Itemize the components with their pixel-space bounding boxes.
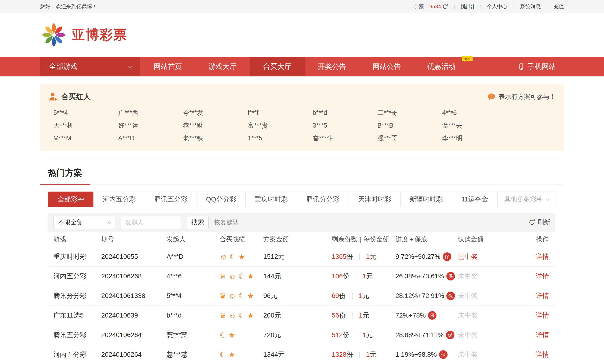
phone-icon	[518, 62, 525, 71]
refresh-label: 刷新	[538, 218, 550, 226]
topbar-link-1[interactable]: 个人中心	[487, 3, 507, 9]
issue-cell: 202401061338	[101, 292, 167, 300]
refresh-icon	[529, 219, 535, 226]
redman-user[interactable]: 二***哥	[378, 109, 442, 117]
nav-item-1[interactable]: 游戏大厅	[195, 57, 250, 76]
crown-icon: ♛	[220, 273, 226, 280]
redman-user[interactable]: 3***5	[313, 122, 378, 129]
nav-item-6[interactable]: 手机网站	[504, 57, 564, 76]
initiator-input[interactable]	[121, 216, 181, 229]
issue-cell: 2024010639	[101, 312, 167, 319]
topbar-divider: ｜	[452, 4, 456, 9]
balance-label: 余额：	[413, 3, 429, 10]
shares-unit: 份	[343, 331, 349, 339]
nav-item-4[interactable]: 网站公告	[359, 57, 414, 76]
progress-text: 28.88%+71.11%	[395, 331, 444, 339]
moon-icon: ☾	[220, 351, 226, 358]
star-icon: ★	[247, 273, 254, 280]
per-share-unit: 元	[370, 253, 376, 260]
table-header-6: 进度＋保底	[395, 235, 458, 243]
redman-user[interactable]: 天***机	[53, 122, 118, 129]
shares-cell: 1365份｜1元	[332, 252, 395, 261]
nav-item-2[interactable]: 合买大厅	[250, 57, 305, 76]
initiator-cell: 慧***慧	[167, 350, 220, 359]
tab-lottery-5[interactable]: 腾讯分分彩	[297, 191, 349, 207]
topbar-link-2[interactable]: 系统消息	[520, 3, 541, 9]
more-lottery-select[interactable]: 其他更多彩种	[498, 191, 555, 207]
redman-user[interactable]: 强***哥	[378, 134, 442, 142]
redman-user[interactable]: 1***5	[248, 134, 313, 142]
game-cell: 重庆时时彩	[53, 252, 101, 261]
redman-user[interactable]: 拿***去	[442, 122, 507, 129]
table-header-1: 期号	[101, 235, 167, 243]
table-row: 腾讯五分彩20240106264慧***慧☾★720元512份｜1元28.88%…	[48, 325, 555, 345]
star-icon: ★	[229, 331, 235, 339]
initiator-cell: A***D	[167, 253, 220, 261]
redman-user[interactable]: 广***西	[118, 109, 183, 117]
table-row: 腾讯分分彩2024010613385***4♛☺☾★96元69份｜1元28.12…	[48, 286, 555, 305]
nav-item-label: 网站公告	[373, 62, 401, 72]
redman-user[interactable]: 4***6	[442, 109, 507, 117]
redman-user[interactable]: 今***发	[183, 109, 248, 117]
refresh-balance-icon[interactable]	[442, 4, 448, 9]
tab-lottery-7[interactable]: 新疆时时彩	[401, 191, 452, 207]
topbar-link-3[interactable]: 充值	[554, 3, 564, 9]
detail-link[interactable]: 详情	[536, 330, 555, 339]
nav-item-0[interactable]: 网站首页	[140, 57, 195, 76]
status-cell: 未中奖	[458, 272, 536, 281]
redman-user[interactable]: i***f	[248, 109, 313, 117]
refresh-button[interactable]: 刷新	[529, 218, 550, 226]
tab-lottery-0[interactable]: 全部彩种	[48, 191, 93, 207]
status-cell: 未中奖	[458, 311, 536, 320]
shares-count: 69	[332, 292, 339, 299]
tab-lottery-6[interactable]: 天津时时彩	[349, 191, 401, 207]
person-badge-icon	[48, 92, 58, 102]
amount-filter-select[interactable]: 不限金额	[53, 216, 115, 229]
redman-user[interactable]: 奋***斗	[313, 134, 378, 142]
redman-user[interactable]: 5***4	[53, 109, 118, 117]
divider: ｜	[353, 273, 359, 280]
tab-lottery-2[interactable]: 腾讯五分彩	[145, 191, 197, 207]
detail-link[interactable]: 详情	[536, 311, 555, 320]
redman-user[interactable]: B***B	[378, 122, 442, 129]
guarantee-badge: 保	[439, 350, 448, 359]
redman-user[interactable]: 李***明	[442, 134, 507, 142]
detail-link[interactable]: 详情	[536, 252, 555, 261]
per-share-unit: 元	[370, 351, 376, 358]
site-logo[interactable]: 亚博彩票	[40, 21, 564, 49]
redman-user[interactable]: A***D	[118, 134, 183, 142]
shares-cell: 1328份｜1元	[332, 350, 395, 359]
table-header-8: 操作	[536, 235, 555, 243]
progress-text: 26.38%+73.61%	[395, 273, 444, 280]
tab-lottery-3[interactable]: QQ分分彩	[197, 191, 246, 207]
plans-table-header: 游戏期号发起人合买战绩方案金额剩余份数｜每份金额进度＋保底认购金额操作	[48, 232, 555, 247]
redman-title-text: 合买红人	[61, 92, 91, 102]
detail-link[interactable]: 详情	[536, 272, 555, 281]
nav-item-3[interactable]: 开奖公告	[305, 57, 359, 76]
issue-cell: 20240106268	[101, 273, 167, 280]
redman-user[interactable]: 恭***财	[183, 122, 248, 129]
nav-all-games-dropdown[interactable]: 全部游戏	[40, 57, 140, 76]
redman-user[interactable]: 好***运	[118, 122, 183, 129]
tab-lottery-8[interactable]: 11运夺金	[452, 191, 498, 207]
topbar-divider: ｜	[478, 4, 482, 9]
tab-lottery-1[interactable]: 河内五分彩	[93, 191, 145, 207]
redman-tip: 表示有方案可参与！	[487, 92, 556, 101]
nav-item-5[interactable]: 优惠活动HOT	[414, 57, 469, 76]
shares-unit: 份	[346, 253, 353, 260]
redman-user[interactable]: 富***贵	[248, 122, 313, 129]
star-icon: ★	[247, 312, 254, 319]
detail-link[interactable]: 详情	[536, 291, 555, 300]
status-cell: 未中奖	[458, 350, 536, 359]
chevron-down-icon	[108, 220, 111, 224]
redman-title: 合买红人	[48, 92, 91, 102]
search-button[interactable]: 搜索	[187, 216, 209, 229]
redman-user[interactable]: M***M	[53, 134, 118, 142]
reset-default-link[interactable]: 恢复默认	[214, 218, 239, 226]
topbar-link-0[interactable]: [退出]	[461, 3, 474, 9]
game-cell: 腾讯五分彩	[53, 330, 101, 339]
redman-user[interactable]: 老***铁	[183, 134, 248, 142]
tab-lottery-4[interactable]: 重庆时时彩	[246, 191, 297, 207]
detail-link[interactable]: 详情	[536, 350, 555, 359]
redman-user[interactable]: b***d	[313, 109, 378, 117]
